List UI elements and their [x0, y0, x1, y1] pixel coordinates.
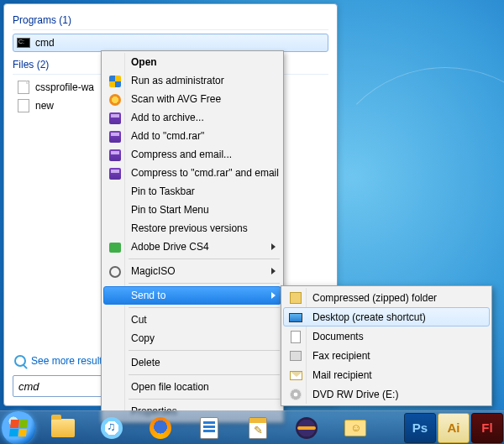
sendto-item[interactable]: DVD RW Drive (E:) — [283, 384, 490, 404]
file-result-label: cssprofile-wa — [35, 81, 94, 93]
see-more-label: See more results — [31, 355, 108, 367]
start-button[interactable] — [2, 411, 35, 445]
submenu-arrow-icon — [271, 268, 276, 274]
context-menu-label: Compress to "cmd.rar" and email — [131, 167, 279, 179]
context-menu-item[interactable]: Adobe Drive CS4 — [103, 238, 281, 256]
sendto-label: Compressed (zipped) folder — [312, 292, 437, 304]
context-menu-item[interactable]: MagicISO — [103, 262, 281, 280]
context-menu-label: Cut — [131, 314, 147, 326]
sendto-label: Desktop (create shortcut) — [312, 311, 426, 323]
context-menu-label: MagicISO — [131, 265, 176, 277]
file-icon — [17, 81, 30, 94]
zip-icon — [289, 291, 302, 305]
context-menu-item[interactable]: Add to archive... — [103, 108, 281, 127]
cyberduck-icon — [344, 420, 366, 436]
context-menu-item[interactable]: Compress to "cmd.rar" and email — [103, 164, 281, 182]
doc-icon — [289, 330, 302, 343]
context-menu-item[interactable]: Compress and email... — [103, 145, 281, 164]
itunes-icon — [101, 417, 123, 439]
fax-icon — [289, 349, 302, 363]
sendto-submenu: Compressed (zipped) folderDesktop (creat… — [281, 285, 492, 406]
notepad-icon — [249, 417, 267, 439]
taskbar-explorer[interactable] — [39, 413, 87, 443]
context-menu-item[interactable]: Cut — [103, 311, 281, 329]
context-menu-label: Restore previous versions — [131, 222, 248, 234]
context-menu-item[interactable]: Delete — [103, 353, 281, 372]
text-file-icon — [17, 99, 30, 112]
file-result-label: new — [35, 100, 54, 112]
context-menu-item[interactable]: Scan with AVG Free — [103, 90, 281, 108]
program-result-label: cmd — [35, 37, 55, 49]
explorer-icon — [51, 419, 75, 437]
context-menu-label: Open file location — [131, 381, 209, 393]
context-menu-item[interactable]: Add to "cmd.rar" — [103, 127, 281, 145]
rar-icon — [108, 112, 122, 125]
programs-header: Programs (1) — [13, 14, 328, 26]
context-menu-label: Compress and email... — [131, 149, 232, 160]
context-menu-label: Send to — [131, 290, 165, 301]
screenpresso-icon — [200, 417, 218, 439]
avg-icon — [108, 93, 122, 107]
context-menu-label: Pin to Start Menu — [131, 204, 209, 216]
taskbar-screenpresso[interactable] — [186, 413, 233, 443]
sendto-item[interactable]: Fax recipient — [283, 346, 490, 365]
shield-icon — [108, 75, 122, 88]
context-menu-label: Run as administrator — [131, 75, 224, 86]
cmd-icon — [17, 36, 30, 50]
context-menu: OpenRun as administratorScan with AVG Fr… — [101, 50, 284, 423]
taskbar-adobe-ai[interactable]: Ai — [438, 413, 470, 443]
context-menu-label: Add to "cmd.rar" — [131, 130, 204, 142]
program-result-cmd[interactable]: cmd — [13, 34, 328, 52]
taskbar-adobe-fl[interactable]: Fl — [471, 413, 503, 443]
context-menu-item[interactable]: Restore previous versions — [103, 219, 281, 238]
context-menu-item[interactable]: Open — [103, 53, 281, 71]
context-menu-label: Scan with AVG Free — [131, 93, 221, 105]
context-menu-label: Delete — [131, 357, 160, 368]
desktop-icon — [289, 311, 302, 324]
firefox-icon — [150, 417, 171, 439]
context-menu-label: Pin to Taskbar — [131, 185, 195, 197]
search-icon — [14, 355, 26, 367]
magiciso-icon — [108, 265, 122, 279]
drive-icon — [108, 241, 122, 254]
taskbar-itunes[interactable] — [88, 413, 135, 443]
context-menu-label: Add to archive... — [131, 112, 204, 123]
sendto-item[interactable]: Mail recipient — [283, 365, 490, 384]
windows-logo-icon — [9, 420, 28, 436]
submenu-arrow-icon — [271, 292, 276, 299]
context-menu-item[interactable]: Pin to Start Menu — [103, 201, 281, 219]
context-menu-label: Adobe Drive CS4 — [131, 241, 209, 253]
taskbar-eclipse[interactable] — [283, 413, 330, 443]
rar-icon — [108, 149, 122, 162]
context-menu-label: Copy — [131, 332, 155, 344]
eclipse-icon — [296, 417, 318, 439]
submenu-arrow-icon — [271, 243, 276, 250]
taskbar-firefox[interactable] — [137, 413, 184, 443]
sendto-label: Mail recipient — [312, 369, 372, 381]
sendto-item[interactable]: Compressed (zipped) folder — [283, 288, 490, 307]
taskbar: PsAiFl — [0, 410, 504, 444]
sendto-item[interactable]: Desktop (create shortcut) — [283, 307, 490, 326]
context-menu-item[interactable]: Run as administrator — [103, 71, 281, 90]
mail-icon — [289, 368, 302, 382]
see-more-results-link[interactable]: See more results — [14, 355, 108, 367]
context-menu-item[interactable]: Copy — [103, 329, 281, 347]
dvd-icon — [289, 388, 302, 401]
context-menu-item[interactable]: Pin to Taskbar — [103, 182, 281, 201]
sendto-item[interactable]: Documents — [283, 326, 490, 346]
sendto-label: DVD RW Drive (E:) — [312, 389, 398, 400]
context-menu-item[interactable]: Open file location — [103, 378, 281, 396]
rar-icon — [108, 167, 122, 180]
context-menu-label: Open — [131, 56, 157, 68]
taskbar-notepad[interactable] — [234, 413, 281, 443]
taskbar-cyberduck[interactable] — [332, 413, 379, 443]
sendto-label: Documents — [312, 331, 364, 342]
taskbar-adobe-ps[interactable]: Ps — [404, 413, 436, 443]
sendto-label: Fax recipient — [312, 350, 370, 362]
rar-icon — [108, 130, 122, 144]
context-menu-item[interactable]: Send to — [103, 286, 281, 305]
